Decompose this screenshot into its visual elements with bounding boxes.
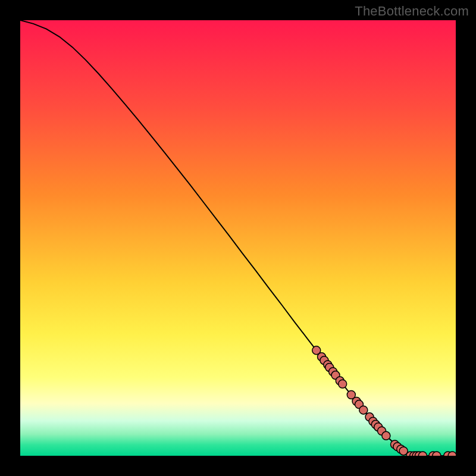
plot-area [20, 20, 456, 456]
gradient-background [20, 20, 456, 456]
data-marker [339, 380, 347, 388]
data-marker [433, 452, 441, 456]
watermark-text: TheBottleneck.com [355, 4, 469, 19]
chart-svg [20, 20, 456, 456]
chart-stage: TheBottleneck.com [0, 0, 476, 476]
data-marker [359, 406, 368, 414]
data-marker [418, 452, 427, 456]
data-marker [382, 431, 390, 440]
